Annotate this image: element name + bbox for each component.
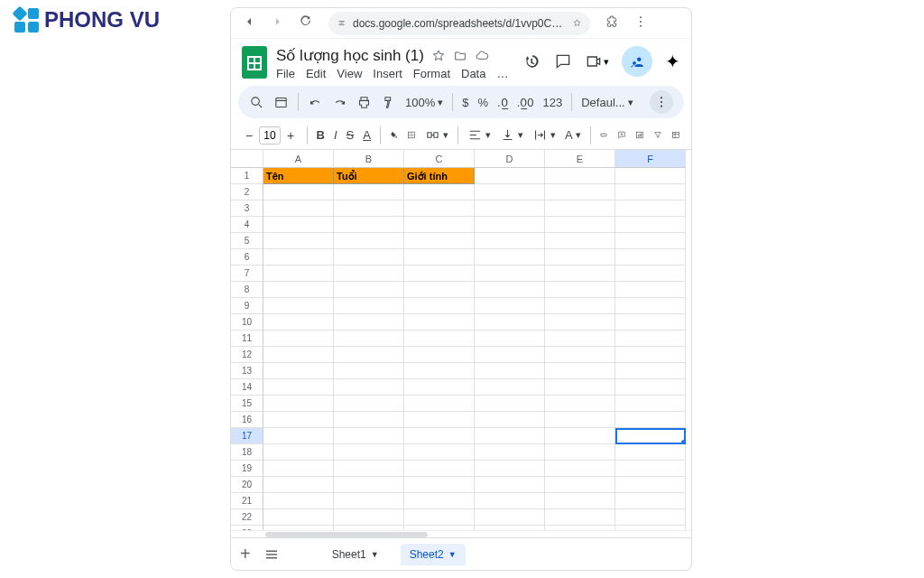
cell[interactable]: [475, 249, 545, 266]
cell[interactable]: [615, 314, 686, 331]
history-icon[interactable]: [523, 52, 541, 70]
cell[interactable]: [475, 461, 545, 477]
cell[interactable]: [263, 509, 334, 526]
rotate-icon[interactable]: A▾: [565, 128, 581, 142]
cell[interactable]: [334, 379, 404, 396]
add-sheet-button[interactable]: +: [240, 544, 251, 564]
row-header[interactable]: 16: [231, 412, 263, 428]
cell[interactable]: [263, 298, 334, 314]
cell[interactable]: [263, 217, 334, 233]
filter-icon[interactable]: [653, 127, 662, 143]
cell[interactable]: [334, 331, 404, 347]
tab-sheet1[interactable]: Sheet1▼: [323, 544, 388, 565]
row-header[interactable]: 21: [231, 493, 263, 509]
col-header-D[interactable]: D: [475, 150, 545, 168]
row-header[interactable]: 11: [231, 331, 263, 347]
cell[interactable]: [615, 363, 686, 379]
cell[interactable]: [475, 428, 545, 444]
meet-icon[interactable]: ▾: [585, 52, 609, 70]
cell[interactable]: [615, 233, 686, 249]
cell[interactable]: [615, 217, 686, 233]
cell[interactable]: [545, 282, 615, 298]
cell[interactable]: Tên: [263, 168, 334, 184]
cell[interactable]: [615, 412, 686, 428]
cell[interactable]: [334, 233, 404, 249]
row-header[interactable]: 5: [231, 233, 263, 249]
cell[interactable]: [263, 412, 334, 428]
row-header[interactable]: 18: [231, 444, 263, 461]
cell[interactable]: [615, 493, 686, 509]
sheets-logo-icon[interactable]: [242, 46, 267, 79]
cell[interactable]: [615, 249, 686, 266]
cell[interactable]: [334, 444, 404, 461]
link-icon[interactable]: [599, 127, 608, 143]
cell[interactable]: [545, 184, 615, 200]
col-header-A[interactable]: A: [263, 150, 334, 168]
cell[interactable]: [334, 428, 404, 444]
bold-icon[interactable]: B: [317, 128, 325, 142]
menu-insert[interactable]: Insert: [373, 67, 402, 80]
menu-file[interactable]: File: [276, 67, 295, 80]
menu-data[interactable]: Data: [461, 67, 485, 80]
cell[interactable]: [615, 428, 686, 444]
percent-icon[interactable]: %: [477, 96, 488, 109]
format-123-icon[interactable]: 123: [543, 96, 563, 109]
cell[interactable]: [615, 461, 686, 477]
cell[interactable]: [475, 233, 545, 249]
undo-icon[interactable]: [308, 95, 323, 110]
cell[interactable]: [615, 509, 686, 526]
row-header[interactable]: 17: [231, 428, 263, 444]
dec-decrease-icon[interactable]: .0̲: [497, 96, 508, 109]
all-sheets-icon[interactable]: [263, 546, 280, 563]
cell[interactable]: [263, 379, 334, 396]
cell[interactable]: [545, 412, 615, 428]
cell[interactable]: [263, 363, 334, 379]
cell[interactable]: [404, 331, 475, 347]
cell[interactable]: [615, 477, 686, 493]
paint-format-icon[interactable]: [381, 95, 396, 110]
cell[interactable]: [475, 379, 545, 396]
cell[interactable]: [615, 396, 686, 412]
cell[interactable]: [475, 168, 545, 184]
col-header-E[interactable]: E: [545, 150, 615, 168]
cell[interactable]: [615, 379, 686, 396]
zoom-select[interactable]: 100%▾: [405, 96, 443, 109]
borders-icon[interactable]: [407, 127, 416, 143]
comment-icon[interactable]: [554, 52, 572, 70]
wrap-icon[interactable]: ▾: [532, 127, 556, 143]
row-header[interactable]: 1: [231, 168, 263, 184]
cell[interactable]: [334, 217, 404, 233]
cell[interactable]: [545, 396, 615, 412]
cell[interactable]: [475, 444, 545, 461]
row-header[interactable]: 2: [231, 184, 263, 200]
cell[interactable]: [404, 347, 475, 363]
font-select[interactable]: Defaul...▾: [581, 96, 633, 109]
cell[interactable]: [404, 233, 475, 249]
cell[interactable]: [475, 184, 545, 200]
row-header[interactable]: 9: [231, 298, 263, 314]
row-header[interactable]: 10: [231, 314, 263, 331]
cell-menu-icon[interactable]: [273, 95, 289, 110]
cell[interactable]: [475, 493, 545, 509]
cell[interactable]: [475, 314, 545, 331]
cell[interactable]: [404, 200, 475, 217]
cell[interactable]: [545, 331, 615, 347]
cell[interactable]: [334, 509, 404, 526]
cloud-status-icon[interactable]: [475, 49, 489, 63]
menu-more[interactable]: …: [496, 67, 508, 80]
tab-sheet2[interactable]: Sheet2▼: [401, 544, 466, 565]
cell[interactable]: [615, 282, 686, 298]
back-icon[interactable]: [242, 14, 256, 33]
toolbar-more-icon[interactable]: [650, 90, 673, 114]
cell[interactable]: [545, 461, 615, 477]
cell[interactable]: [334, 249, 404, 266]
cell[interactable]: [263, 282, 334, 298]
cell[interactable]: [615, 168, 686, 184]
row-header[interactable]: 13: [231, 363, 263, 379]
cell[interactable]: [545, 298, 615, 314]
italic-icon[interactable]: I: [334, 128, 337, 142]
cell[interactable]: [263, 331, 334, 347]
cell[interactable]: [404, 428, 475, 444]
row-header[interactable]: 8: [231, 282, 263, 298]
cell[interactable]: [615, 444, 686, 461]
